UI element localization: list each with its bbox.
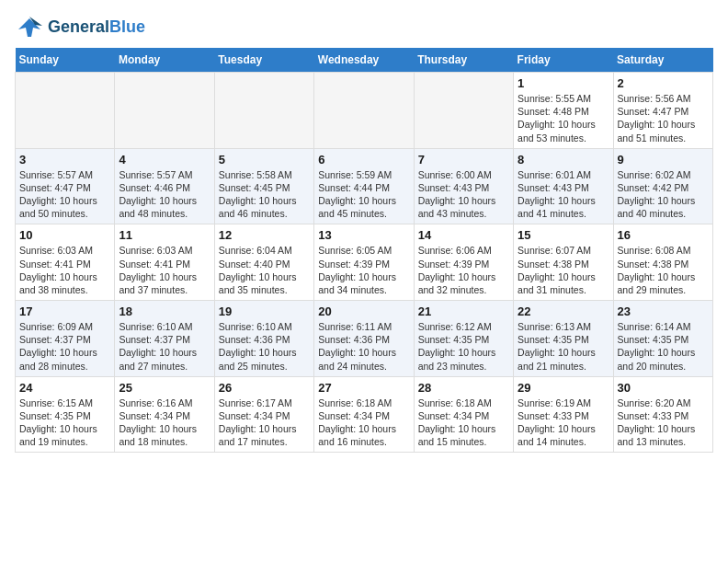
- logo-icon: [15, 15, 44, 40]
- day-info: Sunrise: 6:02 AMSunset: 4:42 PMDaylight:…: [618, 168, 709, 221]
- day-number: 10: [19, 228, 110, 242]
- day-number: 28: [418, 381, 509, 395]
- calendar-cell-13: 13Sunrise: 6:05 AMSunset: 4:39 PMDayligh…: [314, 224, 414, 301]
- calendar-cell-27: 27Sunrise: 6:18 AMSunset: 4:34 PMDayligh…: [314, 376, 414, 453]
- day-info: Sunrise: 5:57 AMSunset: 4:47 PMDaylight:…: [19, 168, 110, 221]
- day-info: Sunrise: 6:18 AMSunset: 4:34 PMDaylight:…: [318, 396, 409, 449]
- calendar-row-5: 24Sunrise: 6:15 AMSunset: 4:35 PMDayligh…: [16, 376, 713, 453]
- calendar-cell-6: 6Sunrise: 5:59 AMSunset: 4:44 PMDaylight…: [314, 148, 414, 224]
- weekday-header-saturday: Saturday: [613, 48, 712, 73]
- day-info: Sunrise: 6:17 AMSunset: 4:34 PMDaylight:…: [219, 396, 310, 449]
- day-number: 3: [19, 153, 110, 167]
- day-number: 4: [119, 153, 210, 167]
- day-info: Sunrise: 5:56 AMSunset: 4:47 PMDaylight:…: [618, 92, 709, 144]
- day-info: Sunrise: 6:15 AMSunset: 4:35 PMDaylight:…: [19, 396, 110, 449]
- day-info: Sunrise: 6:11 AMSunset: 4:36 PMDaylight:…: [318, 320, 409, 373]
- calendar-cell-7: 7Sunrise: 6:00 AMSunset: 4:43 PMDaylight…: [414, 148, 513, 224]
- calendar-cell-18: 18Sunrise: 6:10 AMSunset: 4:37 PMDayligh…: [115, 301, 214, 377]
- day-number: 23: [618, 304, 709, 318]
- calendar-cell-24: 24Sunrise: 6:15 AMSunset: 4:35 PMDayligh…: [16, 376, 115, 453]
- calendar-cell-empty: [314, 73, 414, 149]
- calendar-cell-25: 25Sunrise: 6:16 AMSunset: 4:34 PMDayligh…: [115, 376, 214, 453]
- weekday-header-wednesday: Wednesday: [314, 48, 414, 73]
- calendar-cell-19: 19Sunrise: 6:10 AMSunset: 4:36 PMDayligh…: [214, 301, 313, 377]
- calendar-cell-14: 14Sunrise: 6:06 AMSunset: 4:39 PMDayligh…: [414, 224, 513, 301]
- day-number: 13: [318, 228, 409, 242]
- day-number: 16: [618, 228, 709, 242]
- day-info: Sunrise: 5:59 AMSunset: 4:44 PMDaylight:…: [318, 168, 409, 221]
- day-number: 6: [318, 153, 409, 167]
- calendar-cell-empty: [414, 73, 513, 149]
- day-info: Sunrise: 6:13 AMSunset: 4:35 PMDaylight:…: [518, 320, 609, 373]
- calendar-cell-empty: [115, 73, 214, 149]
- day-info: Sunrise: 6:12 AMSunset: 4:35 PMDaylight:…: [418, 320, 509, 373]
- calendar-cell-16: 16Sunrise: 6:08 AMSunset: 4:38 PMDayligh…: [613, 224, 712, 301]
- calendar-cell-2: 2Sunrise: 5:56 AMSunset: 4:47 PMDaylight…: [613, 73, 712, 149]
- day-number: 7: [418, 153, 509, 167]
- day-info: Sunrise: 5:58 AMSunset: 4:45 PMDaylight:…: [219, 168, 310, 221]
- calendar-cell-1: 1Sunrise: 5:55 AMSunset: 4:48 PMDaylight…: [514, 73, 613, 149]
- day-info: Sunrise: 6:00 AMSunset: 4:43 PMDaylight:…: [418, 168, 509, 221]
- day-info: Sunrise: 6:19 AMSunset: 4:33 PMDaylight:…: [518, 396, 609, 449]
- day-info: Sunrise: 6:06 AMSunset: 4:39 PMDaylight:…: [418, 244, 509, 296]
- calendar-row-2: 3Sunrise: 5:57 AMSunset: 4:47 PMDaylight…: [16, 148, 713, 224]
- day-info: Sunrise: 5:57 AMSunset: 4:46 PMDaylight:…: [119, 168, 210, 221]
- calendar-cell-21: 21Sunrise: 6:12 AMSunset: 4:35 PMDayligh…: [414, 301, 513, 377]
- weekday-header-thursday: Thursday: [414, 48, 513, 73]
- day-number: 30: [618, 381, 709, 395]
- calendar-cell-4: 4Sunrise: 5:57 AMSunset: 4:46 PMDaylight…: [115, 148, 214, 224]
- day-number: 24: [19, 381, 110, 395]
- day-number: 25: [119, 381, 210, 395]
- day-info: Sunrise: 6:08 AMSunset: 4:38 PMDaylight:…: [618, 244, 709, 296]
- day-number: 15: [518, 228, 609, 242]
- day-info: Sunrise: 6:01 AMSunset: 4:43 PMDaylight:…: [518, 168, 609, 221]
- calendar-cell-8: 8Sunrise: 6:01 AMSunset: 4:43 PMDaylight…: [514, 148, 613, 224]
- weekday-header-tuesday: Tuesday: [214, 48, 313, 73]
- calendar-cell-23: 23Sunrise: 6:14 AMSunset: 4:35 PMDayligh…: [613, 301, 712, 377]
- calendar-cell-12: 12Sunrise: 6:04 AMSunset: 4:40 PMDayligh…: [214, 224, 313, 301]
- day-info: Sunrise: 6:20 AMSunset: 4:33 PMDaylight:…: [618, 396, 709, 449]
- weekday-header-monday: Monday: [115, 48, 214, 73]
- calendar-cell-28: 28Sunrise: 6:18 AMSunset: 4:34 PMDayligh…: [414, 376, 513, 453]
- day-number: 17: [19, 304, 110, 318]
- page-header: GeneralBlue: [15, 15, 713, 40]
- day-number: 14: [418, 228, 509, 242]
- svg-marker-0: [18, 18, 40, 37]
- weekday-header-friday: Friday: [514, 48, 613, 73]
- day-info: Sunrise: 6:03 AMSunset: 4:41 PMDaylight:…: [119, 244, 210, 296]
- day-number: 26: [219, 381, 310, 395]
- calendar-cell-17: 17Sunrise: 6:09 AMSunset: 4:37 PMDayligh…: [16, 301, 115, 377]
- day-number: 18: [119, 304, 210, 318]
- calendar-table: SundayMondayTuesdayWednesdayThursdayFrid…: [15, 48, 713, 453]
- calendar-cell-11: 11Sunrise: 6:03 AMSunset: 4:41 PMDayligh…: [115, 224, 214, 301]
- calendar-cell-5: 5Sunrise: 5:58 AMSunset: 4:45 PMDaylight…: [214, 148, 313, 224]
- day-info: Sunrise: 6:07 AMSunset: 4:38 PMDaylight:…: [518, 244, 609, 296]
- calendar-cell-9: 9Sunrise: 6:02 AMSunset: 4:42 PMDaylight…: [613, 148, 712, 224]
- day-number: 22: [518, 304, 609, 318]
- day-info: Sunrise: 6:09 AMSunset: 4:37 PMDaylight:…: [19, 320, 110, 373]
- calendar-row-4: 17Sunrise: 6:09 AMSunset: 4:37 PMDayligh…: [16, 301, 713, 377]
- day-number: 29: [518, 381, 609, 395]
- calendar-cell-22: 22Sunrise: 6:13 AMSunset: 4:35 PMDayligh…: [514, 301, 613, 377]
- day-number: 19: [219, 304, 310, 318]
- day-info: Sunrise: 5:55 AMSunset: 4:48 PMDaylight:…: [518, 92, 609, 144]
- weekday-header-row: SundayMondayTuesdayWednesdayThursdayFrid…: [16, 48, 713, 73]
- day-info: Sunrise: 6:16 AMSunset: 4:34 PMDaylight:…: [119, 396, 210, 449]
- day-number: 1: [518, 76, 609, 90]
- calendar-cell-29: 29Sunrise: 6:19 AMSunset: 4:33 PMDayligh…: [514, 376, 613, 453]
- day-number: 9: [618, 153, 709, 167]
- calendar-cell-20: 20Sunrise: 6:11 AMSunset: 4:36 PMDayligh…: [314, 301, 414, 377]
- day-number: 27: [318, 381, 409, 395]
- calendar-cell-empty: [16, 73, 115, 149]
- day-info: Sunrise: 6:03 AMSunset: 4:41 PMDaylight:…: [19, 244, 110, 296]
- day-number: 11: [119, 228, 210, 242]
- calendar-cell-30: 30Sunrise: 6:20 AMSunset: 4:33 PMDayligh…: [613, 376, 712, 453]
- day-number: 12: [219, 228, 310, 242]
- logo: GeneralBlue: [15, 15, 145, 40]
- day-number: 8: [518, 153, 609, 167]
- calendar-row-1: 1Sunrise: 5:55 AMSunset: 4:48 PMDaylight…: [16, 73, 713, 149]
- day-number: 20: [318, 304, 409, 318]
- day-info: Sunrise: 6:04 AMSunset: 4:40 PMDaylight:…: [219, 244, 310, 296]
- calendar-cell-empty: [214, 73, 313, 149]
- day-number: 5: [219, 153, 310, 167]
